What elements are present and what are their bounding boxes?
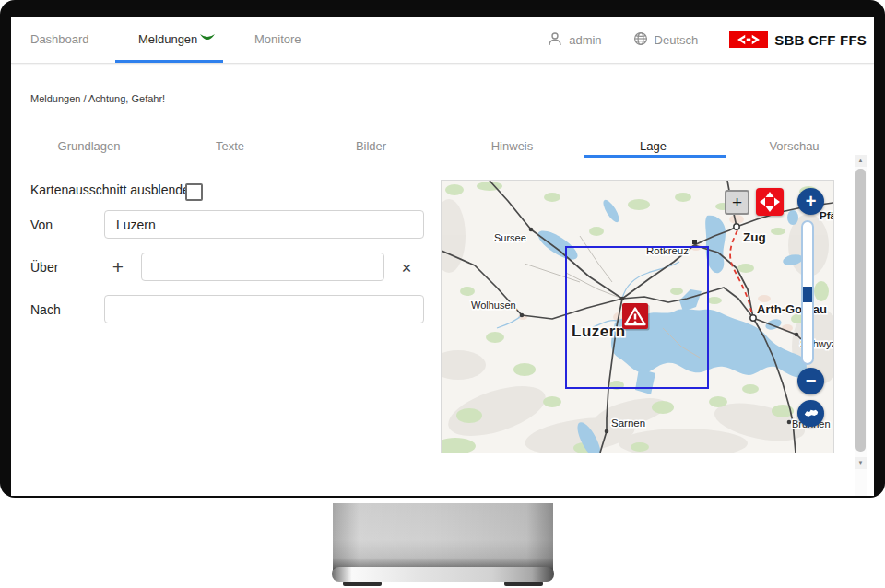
- tab-vorschau[interactable]: Vorschau: [724, 135, 865, 159]
- map-label-luzern: Luzern: [572, 323, 626, 340]
- active-tab-underline: [584, 155, 726, 158]
- map-zoom-out-button[interactable]: −: [797, 368, 824, 394]
- sbb-flag-icon: [729, 31, 768, 48]
- brand-text: SBB CFF FFS: [774, 32, 867, 48]
- move-icon: [756, 188, 784, 216]
- map-move-button[interactable]: [756, 188, 784, 216]
- hide-map-checkbox[interactable]: [185, 183, 203, 201]
- user-name: admin: [569, 33, 601, 47]
- active-nav-underline: [115, 60, 223, 63]
- nav-item-meldungen[interactable]: Meldungen: [138, 17, 197, 63]
- map-switzerland-extent-button[interactable]: [797, 400, 824, 427]
- language-menu[interactable]: Deutsch: [633, 31, 699, 49]
- green-caret-icon: [200, 30, 215, 47]
- brand-logo: SBB CFF FFS: [729, 31, 867, 48]
- map-warning-marker[interactable]: [622, 303, 650, 331]
- map-zoom-in-button[interactable]: +: [797, 188, 824, 215]
- nav-item-dashboard[interactable]: Dashboard: [30, 17, 89, 63]
- map-label-sarnen: Sarnen: [611, 417, 645, 429]
- map-add-button[interactable]: +: [725, 190, 749, 215]
- monitor-stand-base: [332, 567, 554, 582]
- vertical-scrollbar[interactable]: ▲ ▼: [855, 155, 867, 496]
- scrollbar-thumb[interactable]: [856, 169, 866, 452]
- map-canvas[interactable]: Sursee Wolhusen Luzern Rotkreuz Zug Arth…: [442, 181, 833, 453]
- monitor-stand: [333, 503, 553, 570]
- user-icon: [548, 31, 562, 49]
- map-label-pfaeffikon: Pfäffikon: [820, 210, 833, 221]
- map-label-wolhusen: Wolhusen: [471, 300, 516, 311]
- map-zoom-slider[interactable]: [801, 220, 814, 365]
- zoom-slider-handle[interactable]: [803, 287, 812, 302]
- clear-via-button[interactable]: ×: [395, 255, 418, 281]
- map-container[interactable]: Sursee Wolhusen Luzern Rotkreuz Zug Arth…: [441, 180, 834, 453]
- top-navigation: Dashboard Meldungen Monitore admin: [11, 17, 874, 64]
- von-label: Von: [30, 218, 53, 232]
- scroll-up-button[interactable]: ▲: [855, 155, 867, 167]
- von-input[interactable]: [104, 210, 424, 239]
- add-via-button[interactable]: +: [107, 254, 129, 280]
- map-label-zug: Zug: [743, 230, 766, 244]
- map-label-sursee: Sursee: [494, 232, 526, 243]
- nach-input[interactable]: [104, 295, 424, 323]
- scroll-down-button[interactable]: ▼: [855, 457, 867, 469]
- ueber-label: Über: [30, 260, 58, 275]
- tab-texte[interactable]: Texte: [159, 135, 301, 159]
- breadcrumb: Meldungen / Achtung, Gefahr!: [30, 93, 165, 104]
- ueber-input[interactable]: [141, 253, 384, 281]
- tab-hinweis[interactable]: Hinweis: [442, 135, 583, 159]
- monitor-foot-right: [504, 582, 543, 586]
- header-right-cluster: admin Deutsch: [548, 17, 867, 63]
- nav-item-monitore[interactable]: Monitore: [254, 17, 301, 63]
- language-label: Deutsch: [655, 33, 699, 47]
- hide-map-label: Kartenausschnitt ausblenden: [30, 182, 197, 197]
- tab-bilder[interactable]: Bilder: [301, 135, 442, 159]
- monitor-foot-left: [343, 582, 382, 586]
- switzerland-icon: [801, 404, 821, 424]
- nach-label: Nach: [30, 302, 61, 317]
- tab-grundlagen[interactable]: Grundlagen: [18, 135, 159, 159]
- globe-icon: [633, 31, 648, 49]
- user-menu[interactable]: admin: [548, 31, 601, 49]
- screen: Dashboard Meldungen Monitore admin: [11, 17, 874, 496]
- monitor-bezel: Dashboard Meldungen Monitore admin: [0, 0, 885, 498]
- map-label-arth-goldau: Arth-Goldau: [757, 302, 827, 316]
